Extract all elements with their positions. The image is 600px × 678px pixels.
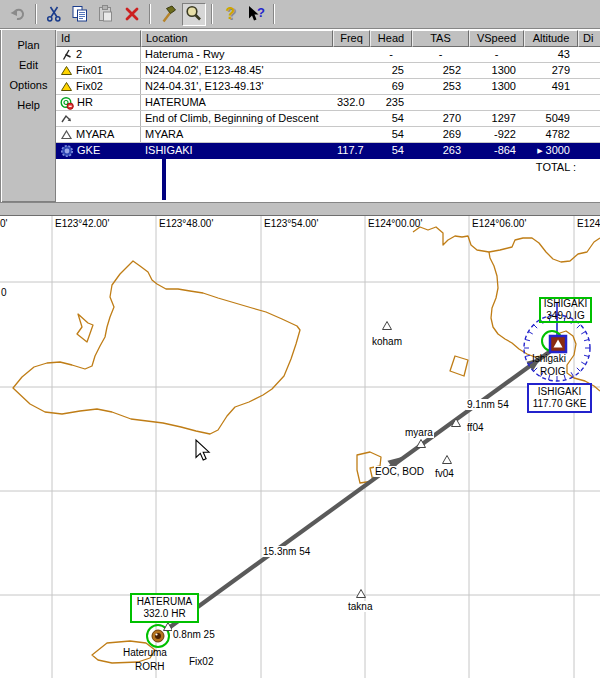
help-icon: ? ? (220, 4, 240, 24)
cell-location: ISHIGAKI (141, 143, 333, 158)
row-id-text: GKE (77, 143, 100, 158)
cell-location: End of Climb, Beginning of Descent (141, 111, 333, 126)
cell-di (578, 63, 600, 78)
cell-id: 2 (56, 47, 141, 62)
table-row[interactable]: Fix01N24-04.02', E123-48.45'252521300279 (56, 63, 600, 79)
cell-di (578, 143, 600, 158)
mouse-cursor-icon (196, 440, 209, 460)
cell-tas: 263 (412, 143, 469, 158)
cell-altitude: 279 (524, 63, 578, 78)
cell-tas: 252 (412, 63, 469, 78)
cell-freq (333, 79, 370, 94)
cell-head: 25 (370, 63, 412, 78)
cell-freq: 332.0 (333, 95, 370, 110)
undo-button[interactable] (6, 3, 30, 26)
toolbar-separator (211, 4, 213, 24)
cell-id: MYARA (56, 127, 141, 142)
row-id-text: HR (77, 95, 93, 110)
cell-vspeed: 1300 (469, 63, 524, 78)
splitter-bar[interactable] (0, 202, 600, 216)
column-header-id[interactable]: Id (56, 30, 141, 47)
cell-tas: - (412, 47, 469, 62)
cell-tas: 253 (412, 79, 469, 94)
cell-di (578, 79, 600, 94)
table-row[interactable]: GKEISHIGAKI117.754263-864▶3000 (56, 143, 600, 159)
toolbar-separator (273, 4, 275, 24)
column-header-tas[interactable]: TAS (412, 30, 469, 47)
cut-button[interactable] (42, 3, 66, 26)
help-button[interactable]: ? ? (218, 3, 242, 26)
cell-head: 54 (370, 111, 412, 126)
flight-planner-window: ? ? ? PlanEditOptionsHelp IdLocationFreq… (0, 0, 600, 678)
svg-text:?: ? (226, 5, 236, 22)
cell-altitude: 491 (524, 79, 578, 94)
cell-altitude: 4782 (524, 127, 578, 142)
cell-head: 54 (370, 127, 412, 142)
cell-di (578, 127, 600, 142)
ndb-icon (60, 96, 74, 110)
climb-descent-icon (60, 112, 73, 125)
flight-plan-table: IdLocationFreqHeadTASVSpeedAltitudeDi 2H… (56, 30, 600, 202)
cell-tas: 270 (412, 111, 469, 126)
copy-button[interactable] (68, 3, 92, 26)
column-divider-line (162, 159, 166, 200)
current-leg-marker-icon: ▶ (537, 147, 542, 154)
paste-button[interactable] (94, 3, 118, 26)
sidebar-item-options[interactable]: Options (2, 75, 55, 95)
cell-vspeed (469, 95, 524, 110)
sidebar-item-edit[interactable]: Edit (2, 55, 55, 75)
undo-icon (8, 4, 28, 24)
cell-head: - (370, 47, 412, 62)
table-row[interactable]: 2Hateruma - Rwy---43 (56, 47, 600, 63)
sidebar-item-plan[interactable]: Plan (2, 35, 55, 55)
cell-id: GKE (56, 143, 141, 158)
cell-di (578, 111, 600, 126)
row-id-text: MYARA (76, 127, 114, 142)
cell-head: 54 (370, 143, 412, 158)
row-id-text: 2 (76, 47, 82, 62)
cell-vspeed: -922 (469, 127, 524, 142)
cell-location: MYARA (141, 127, 333, 142)
delete-button[interactable] (120, 3, 144, 26)
column-header-location[interactable]: Location (141, 30, 333, 47)
table-row[interactable]: HRHATERUMA332.0235 (56, 95, 600, 111)
map-view[interactable]: 0'E123°42.00'E123°48.00'E123°54.00'E124°… (0, 216, 600, 678)
sidebar-item-help[interactable]: Help (2, 95, 55, 115)
toolbar: ? ? ? (0, 0, 600, 29)
cell-altitude: 43 (524, 47, 578, 62)
delete-icon (122, 4, 142, 24)
cell-freq (333, 127, 370, 142)
fix-triangle-icon (60, 64, 73, 77)
table-row[interactable]: End of Climb, Beginning of Descent542701… (56, 111, 600, 127)
toolbar-separator (35, 4, 37, 24)
column-header-head[interactable]: Head (370, 30, 412, 47)
paste-icon (96, 4, 116, 24)
total-label: TOTAL : (524, 161, 576, 173)
vor-icon (60, 144, 74, 158)
cell-vspeed: 1297 (469, 111, 524, 126)
table-row[interactable]: MYARAMYARA54269-9224782 (56, 127, 600, 143)
context-help-button[interactable]: ? (244, 3, 268, 26)
table-header-row: IdLocationFreqHeadTASVSpeedAltitudeDi (56, 30, 600, 47)
waypoint-triangle-icon (60, 128, 73, 141)
column-header-freq[interactable]: Freq (333, 30, 370, 47)
column-header-di[interactable]: Di (578, 30, 600, 47)
column-header-vspeed[interactable]: VSpeed (469, 30, 524, 47)
column-header-altitude[interactable]: Altitude (524, 30, 578, 47)
cell-vspeed: 1300 (469, 79, 524, 94)
toolbar-separator (149, 4, 151, 24)
cell-id: Fix01 (56, 63, 141, 78)
zoom-button[interactable] (182, 3, 206, 26)
cell-vspeed: -864 (469, 143, 524, 158)
cell-location: N24-04.02', E123-48.45' (141, 63, 333, 78)
fix-triangle-icon (60, 80, 73, 93)
row-id-text: Fix02 (76, 79, 103, 94)
cell-vspeed: - (469, 47, 524, 62)
table-row[interactable]: Fix02N24-04.31', E123-49.13'692531300491 (56, 79, 600, 95)
cell-freq: 117.7 (333, 143, 370, 158)
cell-id: Fix02 (56, 79, 141, 94)
build-button[interactable] (156, 3, 180, 26)
context-help-icon: ? (245, 4, 267, 24)
cell-di (578, 95, 600, 110)
cursor-layer (0, 216, 600, 678)
